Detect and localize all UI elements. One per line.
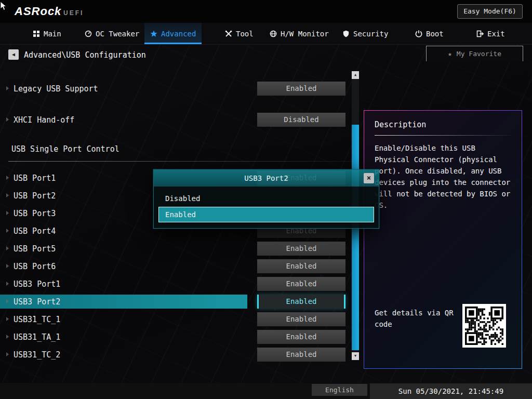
item-bullet-icon xyxy=(6,193,9,197)
setting-label: USB Port6 xyxy=(14,262,56,271)
my-favorite-label: My Favorite xyxy=(457,50,501,58)
setting-row[interactable]: USB3 Port1Enabled xyxy=(0,277,361,291)
item-bullet-icon xyxy=(6,317,9,321)
item-bullet-icon xyxy=(6,229,9,233)
item-bullet-icon xyxy=(6,211,9,215)
item-bullet-icon xyxy=(6,282,9,286)
setting-value-button[interactable]: Enabled xyxy=(257,259,345,273)
setting-row[interactable]: XHCI Hand-offDisabled xyxy=(0,113,361,127)
setting-label: USB31_TC_2 xyxy=(14,350,60,360)
tab-label: Boot xyxy=(426,30,444,38)
setting-row[interactable]: Legacy USB SupportEnabled xyxy=(0,82,361,96)
setting-label: USB Port1 xyxy=(14,174,56,183)
popup-title: USB3 Port2 xyxy=(154,170,379,187)
setting-label: XHCI Hand-off xyxy=(14,115,74,125)
exit-door-icon xyxy=(476,30,484,37)
setting-value-button[interactable]: Enabled xyxy=(257,277,345,291)
setting-row[interactable]: USB3 Port2Enabled xyxy=(0,295,361,309)
setting-label: USB Port5 xyxy=(14,244,56,254)
qr-code-label: Get details via QR code xyxy=(375,307,462,330)
item-bullet-icon xyxy=(6,246,9,250)
popup-close-button[interactable]: × xyxy=(364,173,374,183)
section-header: USB Single Port Control xyxy=(0,142,361,156)
scroll-down-button[interactable]: ▼ xyxy=(352,352,359,360)
section-divider xyxy=(8,161,358,162)
tab-label: Exit xyxy=(487,30,505,38)
setting-row[interactable]: USB31_TC_2Enabled xyxy=(0,348,361,362)
setting-value-button[interactable]: Enabled xyxy=(257,348,345,362)
setting-label: USB31_TC_1 xyxy=(14,315,60,324)
setting-value-button[interactable]: Enabled xyxy=(257,312,345,326)
setting-label: USB3 Port2 xyxy=(14,297,60,307)
scrollbar-thumb[interactable] xyxy=(352,125,359,350)
setting-row[interactable]: USB31_TC_1Enabled xyxy=(0,312,361,326)
description-panel: Description Enable/Disable this USB Phys… xyxy=(364,110,522,369)
setting-label: USB31_TA_1 xyxy=(14,332,60,342)
setting-row[interactable]: USB31_TA_1Enabled xyxy=(0,330,361,344)
mouse-cursor-icon xyxy=(0,1,8,14)
description-divider xyxy=(375,135,511,136)
popup-option-enabled[interactable]: Enabled xyxy=(159,207,374,222)
setting-label: USB Port3 xyxy=(14,209,56,218)
easy-mode-button[interactable]: Easy Mode(F6) xyxy=(457,4,523,19)
setting-value-button[interactable]: Enabled xyxy=(257,295,345,309)
qr-code xyxy=(462,304,506,348)
setting-label: USB Port4 xyxy=(14,227,56,236)
setting-label: Legacy USB Support xyxy=(14,84,98,94)
setting-label: USB Single Port Control xyxy=(11,144,119,154)
setting-value-button[interactable]: Enabled xyxy=(257,242,345,256)
setting-label: USB Port2 xyxy=(14,191,56,201)
power-icon xyxy=(415,30,422,37)
setting-row[interactable]: USB Port5Enabled xyxy=(0,242,361,256)
scroll-down-icon: ▼ xyxy=(354,354,356,358)
item-bullet-icon xyxy=(6,335,9,339)
popup-options: Disabled Enabled xyxy=(154,187,379,228)
favorite-star-icon: ★ xyxy=(448,50,452,58)
popup-option-disabled[interactable]: Disabled xyxy=(159,191,374,206)
scroll-up-icon: ▲ xyxy=(354,73,356,77)
tab-boot[interactable]: Boot xyxy=(409,23,449,44)
setting-value-button[interactable]: Enabled xyxy=(257,82,345,96)
my-favorite-button[interactable]: ★ My Favorite xyxy=(426,46,523,61)
datetime-display: Sun 05/30/2021, 21:45:49 xyxy=(370,383,532,399)
item-bullet-icon xyxy=(6,176,9,180)
scroll-up-button[interactable]: ▲ xyxy=(352,71,359,79)
setting-label: USB3 Port1 xyxy=(14,280,60,289)
description-title: Description xyxy=(375,120,511,129)
item-bullet-icon xyxy=(6,264,9,268)
setting-value-button[interactable]: Enabled xyxy=(257,330,345,344)
description-text: Enable/Disable this USB Physical Connect… xyxy=(375,142,511,211)
option-popup: USB3 Port2 × Disabled Enabled xyxy=(153,169,379,229)
setting-value-button[interactable]: Disabled xyxy=(257,113,345,127)
item-bullet-icon xyxy=(6,352,9,356)
item-bullet-icon xyxy=(6,299,9,303)
tab-exit[interactable]: Exit xyxy=(471,23,511,44)
description-panel-inner: Description Enable/Disable this USB Phys… xyxy=(364,111,522,368)
item-bullet-icon xyxy=(6,117,9,122)
language-button[interactable]: English xyxy=(312,384,367,396)
close-icon: × xyxy=(367,174,371,182)
item-bullet-icon xyxy=(6,86,9,90)
setting-row[interactable]: USB Port6Enabled xyxy=(0,259,361,273)
